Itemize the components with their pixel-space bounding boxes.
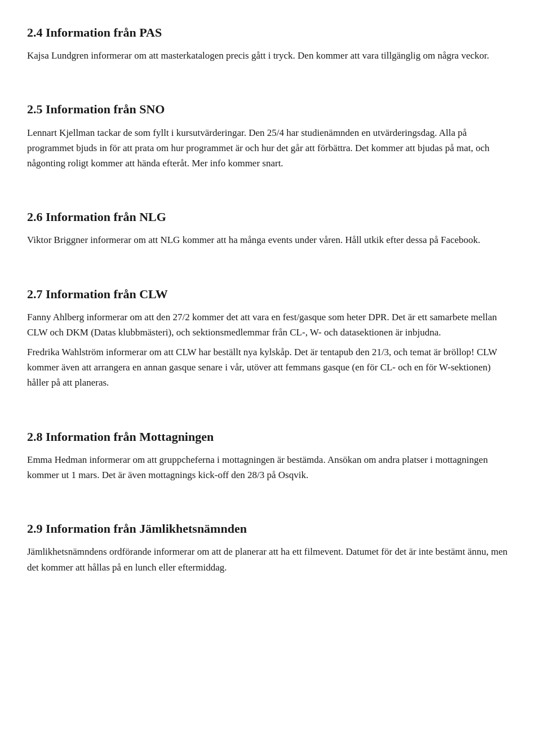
section-heading-2-4: 2.4 Information från PAS [27, 23, 514, 42]
section-spacer [27, 487, 514, 498]
section-heading-2-5: 2.5 Information från SNO [27, 99, 514, 119]
section-heading-2-7: 2.7 Information från CLW [27, 284, 514, 304]
section-spacer [27, 68, 514, 79]
section-body-2-7-p0: Fanny Ahlberg informerar om att den 27/2… [27, 310, 514, 340]
section-body-2-9-p0: Jämlikhetsnämndens ordförande informerar… [27, 544, 514, 574]
section-body-2-7-p1: Fredrika Wahlström informerar om att CLW… [27, 344, 514, 391]
section-body-2-4-p0: Kajsa Lundgren informerar om att masterk… [27, 48, 514, 63]
section-body-2-6-p0: Viktor Briggner informerar om att NLG ko… [27, 232, 514, 247]
section-body-2-8-p0: Emma Hedman informerar om att gruppchefe… [27, 452, 514, 483]
document-content: 2.4 Information från PASKajsa Lundgren i… [27, 23, 514, 575]
section-spacer [27, 395, 514, 406]
section-spacer [27, 253, 514, 264]
section-body-2-5-p0: Lennart Kjellman tackar de som fyllt i k… [27, 125, 514, 171]
section-spacer [27, 175, 514, 187]
section-heading-2-8: 2.8 Information från Mottagningen [27, 427, 514, 446]
section-heading-2-6: 2.6 Information från NLG [27, 207, 514, 227]
section-heading-2-9: 2.9 Information från Jämlikhetsnämnden [27, 519, 514, 538]
